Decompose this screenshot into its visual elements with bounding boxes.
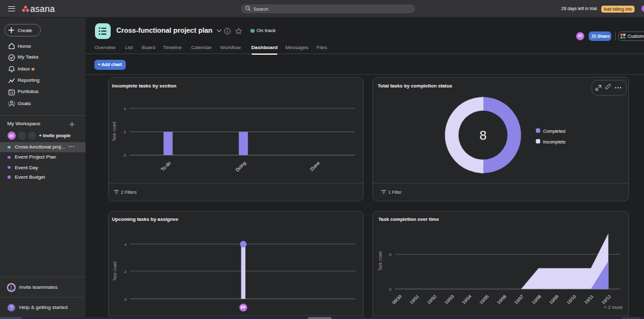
svg-text:10/03: 10/03 <box>444 294 455 305</box>
svg-text:10/02: 10/02 <box>426 294 437 305</box>
svg-text:10/01: 10/01 <box>409 294 419 305</box>
svg-text:10/08: 10/08 <box>531 294 541 305</box>
svg-text:Doing: Doing <box>235 160 247 173</box>
svg-text:2: 2 <box>125 270 127 274</box>
svg-text:1 Filter: 1 Filter <box>388 190 402 194</box>
svg-text:Done: Done <box>309 160 321 172</box>
svg-text:Task count: Task count <box>112 121 116 141</box>
svg-text:10/11: 10/11 <box>584 294 594 305</box>
svg-text:10/12: 10/12 <box>601 294 611 305</box>
svg-text:2: 2 <box>124 130 126 134</box>
svg-text:10/06: 10/06 <box>496 294 507 305</box>
svg-text:To do: To do <box>160 160 172 172</box>
svg-text:10/07: 10/07 <box>513 294 524 305</box>
svg-text:Task count: Task count <box>378 251 382 271</box>
svg-text:0: 0 <box>124 154 126 157</box>
svg-text:4: 4 <box>125 243 127 247</box>
svg-text:0: 0 <box>125 298 127 301</box>
svg-text:09/30: 09/30 <box>391 294 402 305</box>
svg-text:10/05: 10/05 <box>479 294 489 305</box>
svg-text:4: 4 <box>124 107 126 111</box>
svg-text:10/10: 10/10 <box>566 294 577 305</box>
svg-text:FF: FF <box>241 305 246 310</box>
svg-text:2 Filters: 2 Filters <box>121 190 136 194</box>
svg-text:10/04: 10/04 <box>461 294 472 305</box>
svg-text:Incomplete: Incomplete <box>543 139 566 145</box>
svg-text:0: 0 <box>389 288 392 291</box>
svg-text:+ 2 more: + 2 more <box>604 305 623 310</box>
svg-text:5: 5 <box>389 253 392 257</box>
svg-text:Task count: Task count <box>113 261 117 281</box>
svg-text:Completed: Completed <box>543 128 565 134</box>
svg-text:10/09: 10/09 <box>548 294 559 305</box>
svg-text:8: 8 <box>479 128 486 142</box>
